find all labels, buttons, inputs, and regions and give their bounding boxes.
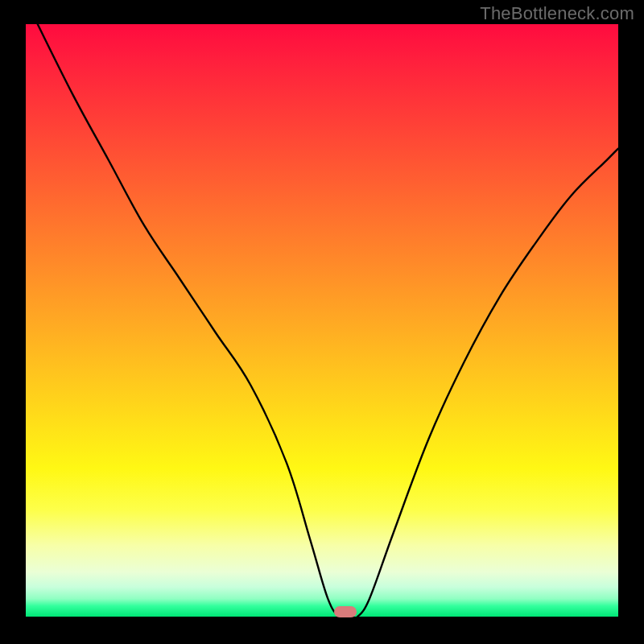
- watermark-text: TheBottleneck.com: [480, 3, 634, 24]
- bottleneck-curve: [26, 24, 618, 617]
- chart-frame: TheBottleneck.com: [0, 0, 644, 644]
- minimum-marker: [334, 606, 357, 617]
- plot-area: [26, 24, 618, 617]
